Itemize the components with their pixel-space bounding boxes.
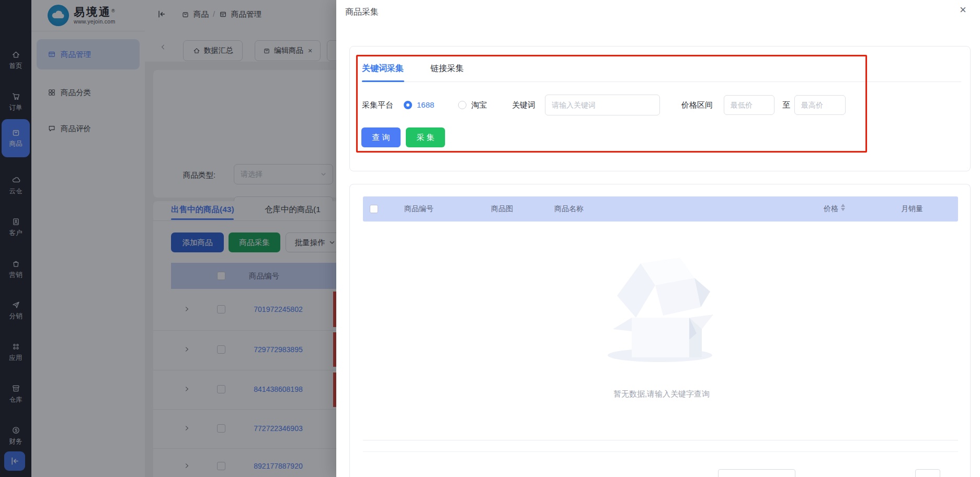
radio-1688[interactable]	[404, 101, 412, 109]
price-range-label: 价格区间	[681, 100, 713, 110]
column-header-product-image: 商品图	[491, 204, 513, 214]
modal-overlay[interactable]	[0, 0, 336, 477]
select-all-checkbox[interactable]	[370, 205, 378, 213]
price-to-label: 至	[782, 100, 790, 110]
radio-taobao[interactable]	[458, 101, 466, 109]
platform-label: 采集平台	[362, 100, 393, 110]
button-label: 采 集	[416, 133, 434, 143]
drawer-tab-link-collect[interactable]: 链接采集	[430, 63, 464, 74]
sort-asc-icon	[841, 204, 845, 207]
drawer-title: 商品采集	[345, 7, 379, 18]
column-header-monthly-sales: 月销量	[901, 204, 923, 214]
footer-divider	[363, 451, 958, 452]
empty-box-illustration	[601, 255, 722, 367]
page-size-select-partial[interactable]	[718, 469, 795, 477]
results-table-header	[363, 196, 958, 222]
column-header-price: 价格	[824, 204, 838, 214]
sort-desc-icon	[841, 208, 845, 211]
empty-state-text: 暂无数据,请输入关键字查询	[549, 389, 774, 399]
column-header-product-id: 商品编号	[404, 204, 434, 214]
tab-baseline	[362, 82, 961, 82]
price-sort-control[interactable]	[841, 204, 845, 211]
query-button[interactable]: 查 询	[361, 127, 401, 147]
radio-taobao-label[interactable]: 淘宝	[471, 100, 487, 110]
price-max-input[interactable]	[794, 95, 846, 115]
table-bottom-border	[363, 440, 958, 440]
collect-button[interactable]: 采 集	[406, 127, 445, 147]
keyword-input[interactable]	[545, 95, 660, 115]
keyword-label: 关键词	[512, 100, 535, 110]
radio-1688-label[interactable]: 1688	[417, 100, 434, 109]
button-label: 查 询	[372, 133, 390, 143]
column-header-product-name: 商品名称	[554, 204, 584, 214]
page-jump-input-partial[interactable]	[915, 469, 940, 477]
price-min-input[interactable]	[724, 95, 774, 115]
product-collect-drawer: 商品采集 × 关键词采集 链接采集 采集平台 1688 淘宝 关键词 价格区间 …	[336, 0, 980, 477]
app-root: 首页 订单 商品 云仓 客户 营销 分销 应用	[0, 0, 980, 477]
active-tab-underline	[362, 80, 404, 82]
drawer-tab-keyword-collect[interactable]: 关键词采集	[362, 63, 404, 74]
drawer-close-icon[interactable]: ×	[960, 4, 966, 16]
